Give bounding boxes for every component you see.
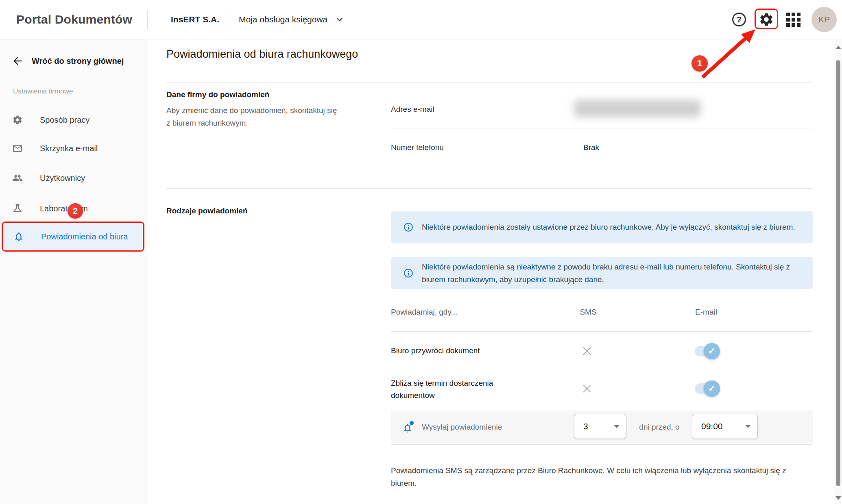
company-data-heading: Dane firmy do powiadomień — [166, 90, 269, 99]
sidebar-item-uzytkownicy[interactable]: Użytkownicy — [0, 168, 146, 188]
sidebar-item-label: Skrzynka e-mail — [40, 144, 98, 153]
info-icon — [403, 268, 414, 278]
email-toggle-on[interactable]: ✓ — [695, 383, 717, 394]
sms-unavailable-icon — [581, 345, 593, 357]
vertical-scrollbar — [834, 40, 842, 504]
app-logo[interactable]: Portal Dokumentów — [16, 13, 132, 26]
sidebar-item-label: Użytkownicy — [40, 174, 85, 183]
user-avatar[interactable]: KP — [811, 7, 837, 32]
table-divider — [391, 331, 812, 332]
back-to-home-link[interactable]: Wróć do strony głównej — [11, 55, 124, 67]
sidebar-item-sposob-pracy[interactable]: Sposób pracy — [0, 110, 146, 130]
section-divider — [166, 83, 812, 83]
days-before-select[interactable]: 3 — [574, 414, 626, 439]
help-button[interactable]: ? — [731, 11, 747, 28]
field-divider — [391, 128, 812, 128]
time-value: 09:00 — [701, 421, 723, 431]
sms-management-note: Powiadomienia SMS są zarządzane przez Bi… — [391, 464, 798, 489]
phone-value: Brak — [583, 143, 599, 152]
company-data-description: Aby zmienić dane do powiadomień, skontak… — [166, 104, 337, 129]
toggle-thumb-check-icon: ✓ — [704, 380, 720, 397]
portal-dokumentow-app: Portal Dokumentów InsERT S.A. Moja obsłu… — [0, 0, 842, 504]
time-select[interactable]: 09:00 — [692, 414, 758, 439]
email-label: Adres e-mail — [391, 105, 434, 114]
table-row-label: Biuro przywróci dokument — [391, 345, 480, 357]
scroll-down-arrow[interactable] — [835, 496, 841, 500]
sidebar-item-powiadomienia-od-biura[interactable]: Powiadomienia od biura — [4, 224, 142, 249]
info-alert: Niektóre powiadomienia zostały ustawione… — [391, 211, 813, 243]
help-icon: ? — [732, 13, 746, 26]
table-header-sms: SMS — [570, 308, 606, 317]
info-alert-text: Niektóre powiadomienia są nieaktywne z p… — [422, 261, 796, 286]
sidebar-section-label: Ustawienia firmowe — [13, 87, 73, 96]
info-alert: Niektóre powiadomienia są nieaktywne z p… — [391, 257, 813, 289]
toggle-thumb-check-icon: ✓ — [704, 343, 720, 359]
company-name: InsERT S.A. — [171, 15, 219, 24]
schedule-unit-label: dni przed, o — [627, 411, 692, 443]
page-title: Powiadomienia od biura rachunkowego — [166, 48, 358, 61]
annotation-step-1-badge: 1 — [691, 55, 708, 72]
days-before-value: 3 — [583, 421, 588, 431]
mail-icon — [12, 143, 23, 154]
apps-grid-icon — [786, 13, 801, 27]
chevron-down-icon — [334, 14, 345, 25]
caret-down-icon — [745, 425, 751, 428]
section-divider — [166, 188, 812, 189]
email-toggle-on[interactable]: ✓ — [695, 346, 717, 356]
table-row-label: Zbliża się termin dostarczenia dokumentó… — [391, 377, 525, 402]
apps-button[interactable] — [786, 12, 801, 27]
header-divider — [225, 10, 225, 29]
caret-down-icon — [614, 425, 620, 428]
bell-notification-icon — [402, 421, 414, 433]
main-content: Powiadomienia od biura rachunkowego Dane… — [147, 40, 834, 504]
email-value-redacted — [574, 100, 700, 117]
sidebar: Wróć do strony głównej Ustawienia firmow… — [0, 39, 146, 504]
back-to-home-label: Wróć do strony głównej — [32, 56, 124, 66]
bell-icon — [13, 231, 24, 242]
scroll-up-arrow[interactable] — [835, 46, 841, 49]
annotation-step-2-highlight: Powiadomienia od biura — [2, 222, 144, 252]
gear-icon — [759, 12, 774, 27]
table-header-event: Powiadamiaj, gdy... — [391, 308, 457, 317]
top-header: Portal Dokumentów InsERT S.A. Moja obsłu… — [0, 0, 842, 39]
settings-button[interactable] — [758, 11, 774, 28]
flask-icon — [12, 203, 23, 214]
table-header-email: E-mail — [684, 308, 729, 317]
phone-label: Numer telefonu — [391, 143, 444, 152]
table-divider — [391, 444, 812, 445]
header-divider — [147, 10, 148, 29]
table-divider — [391, 371, 812, 371]
schedule-label: Wysyłaj powiadomienie — [422, 423, 502, 432]
info-icon — [403, 222, 414, 232]
users-icon — [12, 173, 23, 183]
sidebar-item-label: Powiadomienia od biura — [41, 232, 128, 241]
sms-unavailable-icon — [581, 382, 593, 395]
workspace-selector-label: Moja obsługa księgowa — [239, 15, 327, 24]
annotation-step-2-badge: 2 — [68, 203, 83, 219]
arrow-back-icon — [11, 55, 24, 67]
notification-types-heading: Rodzaje powiadomień — [166, 206, 248, 215]
sidebar-item-skrzynka-email[interactable]: Skrzynka e-mail — [0, 139, 146, 158]
info-alert-text: Niektóre powiadomienia zostały ustawione… — [422, 221, 796, 233]
scrollbar-thumb[interactable] — [836, 60, 840, 486]
sidebar-item-label: Sposób pracy — [40, 115, 89, 125]
gear-icon — [12, 115, 23, 125]
workspace-selector[interactable]: Moja obsługa księgowa — [239, 14, 345, 25]
